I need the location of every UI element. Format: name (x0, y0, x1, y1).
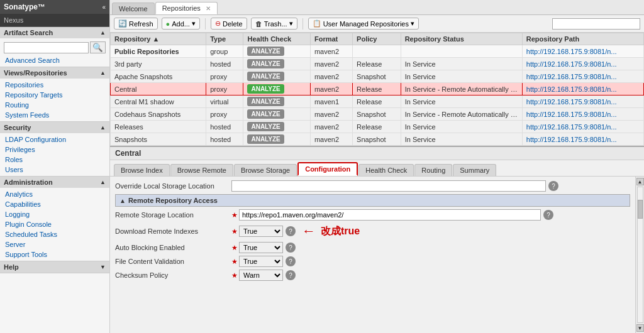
sidebar-section-artifact-search: Artifact Search ▲ 🔍 Advanced Search (0, 27, 109, 67)
tab-repositories[interactable]: Repositories ✕ (155, 2, 218, 14)
help-title[interactable]: Help ▼ (0, 261, 109, 273)
tab-welcome[interactable]: Welcome (112, 3, 155, 14)
analyze-button[interactable]: ANALYZE (247, 59, 284, 68)
download-remote-help[interactable]: ? (286, 226, 296, 236)
table-row[interactable]: Apache Snapshots proxy ANALYZE maven2 Sn… (111, 70, 644, 83)
table-row[interactable]: Public Repositories group ANALYZE maven2… (111, 45, 644, 58)
cell-type: hosted (206, 121, 243, 133)
add-button[interactable]: ● Add... ▾ (162, 18, 200, 30)
checksum-select[interactable]: Warn Strict Ignore (239, 270, 283, 281)
cell-type: proxy (206, 108, 243, 121)
col-repository[interactable]: Repository ▲ (111, 33, 206, 45)
sidebar-item-scheduled-tasks[interactable]: Scheduled Tasks (0, 229, 109, 239)
sidebar-item-users[interactable]: Users (0, 165, 109, 175)
checksum-help[interactable]: ? (286, 270, 296, 280)
cell-health: ANALYZE (243, 121, 310, 133)
col-status[interactable]: Repository Status (401, 33, 522, 45)
analyze-button[interactable]: ANALYZE (247, 84, 284, 94)
analyze-button[interactable]: ANALYZE (247, 134, 284, 144)
analyze-button[interactable]: ANALYZE (247, 97, 284, 106)
views-title[interactable]: Views/Repositories ▲ (0, 67, 109, 79)
user-managed-button[interactable]: 📋 User Managed Repositories ▾ (308, 18, 419, 30)
cell-name: Codehaus Snapshots (111, 108, 206, 121)
scrollbar-up-btn[interactable]: ▲ (636, 178, 644, 185)
sidebar-item-repository-targets[interactable]: Repository Targets (0, 90, 109, 100)
table-row[interactable]: 3rd party hosted ANALYZE maven2 Release … (111, 58, 644, 70)
right-scrollbar: ▲ ▼ (635, 177, 644, 333)
sidebar-item-advanced-search[interactable]: Advanced Search (0, 55, 109, 65)
sidebar-item-capabilities[interactable]: Capabilities (0, 199, 109, 209)
file-content-select[interactable]: True False (239, 256, 283, 267)
sub-tab-health-check[interactable]: Health Check (358, 164, 414, 176)
sidebar-item-logging[interactable]: Logging (0, 209, 109, 219)
table-row[interactable]: Central M1 shadow virtual ANALYZE maven1… (111, 96, 644, 108)
override-storage-help[interactable]: ? (548, 181, 558, 191)
search-input[interactable] (4, 42, 89, 53)
col-policy[interactable]: Policy (353, 33, 401, 45)
sidebar-item-server[interactable]: Server (0, 239, 109, 249)
cell-health: ANALYZE (243, 83, 310, 96)
scrollbar-thumb[interactable] (638, 200, 643, 219)
cell-format: maven2 (310, 70, 352, 83)
table-row[interactable]: Central proxy ANALYZE maven2 Release In … (111, 83, 644, 96)
analyze-button[interactable]: ANALYZE (247, 46, 284, 56)
sidebar-item-privileges[interactable]: Privileges (0, 145, 109, 155)
sidebar-item-plugin-console[interactable]: Plugin Console (0, 219, 109, 229)
sidebar-item-system-feeds[interactable]: System Feeds (0, 110, 109, 120)
cell-type: proxy (206, 70, 243, 83)
download-remote-row: Download Remote Indexes ★ True False ? ←… (115, 223, 630, 239)
sidebar-item-analytics[interactable]: Analytics (0, 189, 109, 199)
table-row[interactable]: Snapshots hosted ANALYZE maven2 Snapshot… (111, 133, 644, 146)
toolbar-search-input[interactable] (552, 18, 640, 30)
sidebar-item-ldap[interactable]: LDAP Configuration (0, 134, 109, 145)
remote-storage-input[interactable] (239, 209, 541, 221)
security-title[interactable]: Security ▲ (0, 122, 109, 133)
auto-blocking-select[interactable]: True False (239, 242, 283, 253)
col-health-check[interactable]: Health Check (243, 33, 310, 45)
cell-path: http://192.168.175.9:8081/n... (522, 58, 643, 70)
sidebar-item-roles[interactable]: Roles (0, 155, 109, 165)
sidebar-collapse-btn[interactable]: « (102, 4, 106, 11)
scrollbar-down-btn[interactable]: ▼ (636, 324, 644, 332)
trash-button[interactable]: 🗑 Trash... ▾ (251, 18, 297, 30)
cell-status: In Service - Remote Automatically Blo... (401, 108, 522, 121)
cell-status (401, 45, 522, 58)
sub-tab-routing[interactable]: Routing (414, 164, 452, 176)
download-remote-required: ★ (231, 227, 238, 236)
sub-tab-summary[interactable]: Summary (453, 164, 496, 176)
remote-storage-help[interactable]: ? (543, 210, 553, 220)
sidebar-section-help: Help ▼ (0, 261, 109, 273)
analyze-button[interactable]: ANALYZE (247, 109, 284, 119)
sidebar-item-repositories[interactable]: Repositories (0, 80, 109, 90)
auto-blocking-help[interactable]: ? (286, 243, 296, 253)
analyze-button[interactable]: ANALYZE (247, 72, 284, 81)
artifact-search-title[interactable]: Artifact Search ▲ (0, 27, 109, 38)
download-remote-select[interactable]: True False (239, 226, 283, 237)
col-type[interactable]: Type (206, 33, 243, 45)
cell-path: http://192.168.175.9:8081/n... (522, 108, 643, 121)
analyze-button[interactable]: ANALYZE (247, 122, 284, 131)
table-row[interactable]: Codehaus Snapshots proxy ANALYZE maven2 … (111, 108, 644, 121)
sidebar-item-support-tools[interactable]: Support Tools (0, 249, 109, 259)
override-storage-input[interactable] (231, 180, 546, 192)
sub-tab-browse-index[interactable]: Browse Index (114, 164, 170, 176)
administration-title[interactable]: Administration ▲ (0, 177, 109, 188)
refresh-button[interactable]: 🔄 Refresh (114, 18, 158, 30)
sub-tab-configuration[interactable]: Configuration (297, 162, 358, 176)
scrollbar-track[interactable] (637, 187, 643, 323)
delete-button[interactable]: ⊖ Delete (211, 18, 247, 30)
table-row[interactable]: Releases hosted ANALYZE maven2 Release I… (111, 121, 644, 133)
search-button[interactable]: 🔍 (90, 41, 106, 53)
col-format[interactable]: Format (310, 33, 352, 45)
file-content-help[interactable]: ? (286, 256, 296, 266)
section-toggle-icon[interactable]: ▲ (119, 197, 126, 204)
sidebar-item-routing[interactable]: Routing (0, 100, 109, 110)
sub-tab-browse-storage[interactable]: Browse Storage (234, 164, 297, 176)
repository-table: Repository ▲ Type Health Check Format Po… (110, 33, 644, 146)
cell-format: maven2 (310, 45, 352, 58)
col-path[interactable]: Repository Path (522, 33, 643, 45)
cell-type: virtual (206, 96, 243, 108)
sub-tab-browse-remote[interactable]: Browse Remote (170, 164, 233, 176)
toolbar-divider-2 (303, 18, 303, 30)
tab-close-icon[interactable]: ✕ (206, 5, 211, 12)
